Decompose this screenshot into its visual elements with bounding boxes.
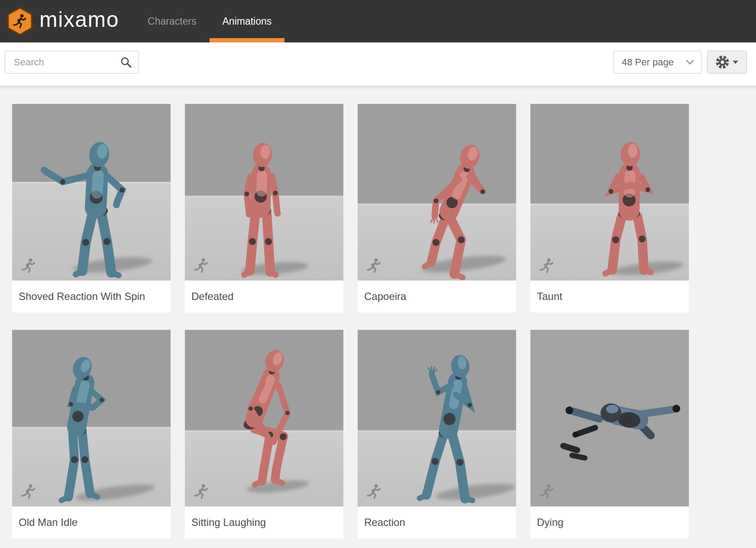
- animation-title: Shoved Reaction With Spin: [12, 280, 171, 313]
- main-nav: Characters Animations: [135, 0, 284, 42]
- animation-card[interactable]: Dying: [530, 330, 689, 538]
- character-preview: [185, 104, 343, 280]
- animation-thumbnail: [12, 330, 171, 506]
- animation-title: Dying: [530, 506, 689, 538]
- animation-card[interactable]: Taunt: [530, 104, 689, 313]
- animation-title: Sitting Laughing: [185, 506, 343, 538]
- character-preview: [185, 330, 343, 506]
- tab-characters[interactable]: Characters: [135, 0, 209, 42]
- animation-thumbnail: [358, 330, 516, 506]
- animation-card[interactable]: Shoved Reaction With Spin: [12, 104, 171, 313]
- animation-title: Old Man Idle: [12, 506, 171, 538]
- tab-animations[interactable]: Animations: [210, 0, 285, 42]
- animation-thumbnail: [185, 330, 343, 506]
- animation-title: Taunt: [530, 280, 689, 313]
- settings-button[interactable]: [707, 51, 747, 74]
- animation-thumbnail: [530, 330, 689, 506]
- character-preview: [530, 104, 689, 280]
- animation-card[interactable]: Defeated: [185, 104, 343, 313]
- content-area: Shoved Reaction With Spin: [0, 86, 756, 548]
- character-preview: [358, 330, 516, 506]
- search-input[interactable]: [5, 51, 139, 74]
- character-preview: [358, 104, 516, 280]
- animation-title: Capoeira: [358, 280, 516, 313]
- animation-title: Reaction: [358, 506, 516, 538]
- mixamo-logo-icon[interactable]: [6, 6, 34, 36]
- animation-card[interactable]: Reaction: [358, 330, 516, 538]
- top-navbar: mixamo Characters Animations: [0, 0, 756, 42]
- character-preview: [12, 104, 171, 280]
- animation-card[interactable]: Old Man Idle: [12, 330, 171, 538]
- animation-card[interactable]: Sitting Laughing: [185, 330, 343, 538]
- animation-thumbnail: [530, 104, 689, 280]
- chevron-down-icon: [686, 60, 694, 65]
- per-page-value: 48 Per page: [622, 57, 674, 68]
- animation-thumbnail: [12, 104, 171, 280]
- search-box: [5, 51, 139, 74]
- animation-card[interactable]: Capoeira: [358, 104, 516, 313]
- character-preview: [12, 330, 171, 506]
- animation-title: Defeated: [185, 280, 343, 313]
- animation-thumbnail: [185, 104, 343, 280]
- brand-wordmark[interactable]: mixamo: [39, 7, 119, 32]
- animation-thumbnail: [358, 104, 516, 280]
- caret-down-icon: [732, 60, 739, 64]
- toolbar: 48 Per page: [0, 42, 756, 86]
- animation-grid: Shoved Reaction With Spin: [12, 104, 756, 538]
- per-page-select[interactable]: 48 Per page: [614, 51, 701, 74]
- character-preview: [530, 330, 689, 506]
- gear-icon: [716, 55, 729, 69]
